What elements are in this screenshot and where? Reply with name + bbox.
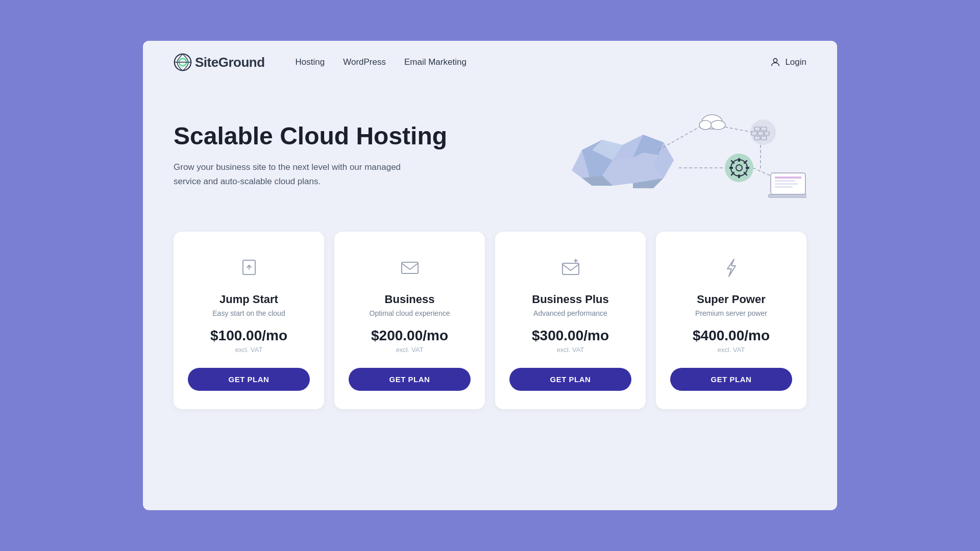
nav-wordpress[interactable]: WordPress <box>343 57 386 67</box>
login-icon <box>770 57 781 68</box>
plan-tagline-jump-start: Easy start on the cloud <box>212 309 285 317</box>
svg-rect-47 <box>562 263 579 274</box>
svg-rect-42 <box>775 183 798 185</box>
plans-grid: Jump Start Easy start on the cloud $100.… <box>174 232 806 409</box>
plan-card-jump-start: Jump Start Easy start on the cloud $100.… <box>174 232 324 409</box>
svg-rect-40 <box>775 177 801 179</box>
plan-card-business: Business Optimal cloud experience $200.0… <box>334 232 485 409</box>
plan-name-business: Business <box>385 293 435 306</box>
nav-hosting[interactable]: Hosting <box>296 57 325 67</box>
business-icon <box>395 252 425 283</box>
logo[interactable]: SiteGround <box>174 53 265 71</box>
plan-name-super-power: Super Power <box>697 293 765 306</box>
get-plan-button-business-plus[interactable]: GET PLAN <box>509 368 631 391</box>
svg-point-29 <box>699 120 712 130</box>
hero-text: Scalable Cloud Hosting Grow your busines… <box>174 122 459 188</box>
svg-rect-41 <box>775 180 795 182</box>
plan-tagline-super-power: Premium server power <box>695 309 767 317</box>
plan-tagline-business: Optimal cloud experience <box>370 309 450 317</box>
jump-start-icon <box>234 252 264 283</box>
logo-icon <box>174 53 192 71</box>
super-power-icon <box>716 252 747 283</box>
plan-vat-business-plus: excl. VAT <box>557 346 584 354</box>
get-plan-button-super-power[interactable]: GET PLAN <box>670 368 792 391</box>
get-plan-button-business[interactable]: GET PLAN <box>349 368 471 391</box>
plan-price-jump-start: $100.00/mo <box>210 328 287 344</box>
svg-rect-21 <box>738 174 740 178</box>
login-label: Login <box>785 57 806 67</box>
hero-image <box>459 99 806 211</box>
get-plan-button-jump-start[interactable]: GET PLAN <box>188 368 310 391</box>
plan-name-jump-start: Jump Start <box>219 293 278 306</box>
login-button[interactable]: Login <box>770 57 806 68</box>
svg-point-3 <box>774 59 777 62</box>
svg-line-15 <box>725 127 753 132</box>
svg-rect-20 <box>738 158 740 162</box>
plan-tagline-business-plus: Advanced performance <box>533 309 607 317</box>
svg-line-14 <box>658 127 699 150</box>
svg-rect-46 <box>402 262 418 273</box>
plans-section: Jump Start Easy start on the cloud $100.… <box>143 221 837 430</box>
plan-vat-super-power: excl. VAT <box>718 346 745 354</box>
business-plus-icon <box>555 252 586 283</box>
plan-price-business: $200.00/mo <box>371 328 448 344</box>
plan-card-super-power: Super Power Premium server power $400.00… <box>656 232 806 409</box>
nav-email-marketing[interactable]: Email Marketing <box>404 57 467 67</box>
nav-links: Hosting WordPress Email Marketing <box>296 57 750 67</box>
hero-section: Scalable Cloud Hosting Grow your busines… <box>143 84 837 221</box>
svg-rect-43 <box>775 186 793 188</box>
plan-vat-business: excl. VAT <box>396 346 424 354</box>
plan-price-super-power: $400.00/mo <box>693 328 770 344</box>
hero-illustration <box>541 99 806 211</box>
plan-vat-jump-start: excl. VAT <box>235 346 263 354</box>
plan-price-business-plus: $300.00/mo <box>532 328 609 344</box>
logo-text: SiteGround <box>195 55 265 70</box>
hero-title: Scalable Cloud Hosting <box>174 122 459 150</box>
svg-point-30 <box>711 120 725 130</box>
hero-description: Grow your business site to the next leve… <box>174 160 429 188</box>
plan-card-business-plus: Business Plus Advanced performance $300.… <box>495 232 646 409</box>
navbar: SiteGround Hosting WordPress Email Marke… <box>143 41 837 84</box>
svg-point-31 <box>750 119 776 145</box>
svg-rect-44 <box>768 194 806 197</box>
svg-rect-22 <box>729 167 733 169</box>
plan-name-business-plus: Business Plus <box>532 293 608 306</box>
svg-rect-23 <box>746 167 749 169</box>
